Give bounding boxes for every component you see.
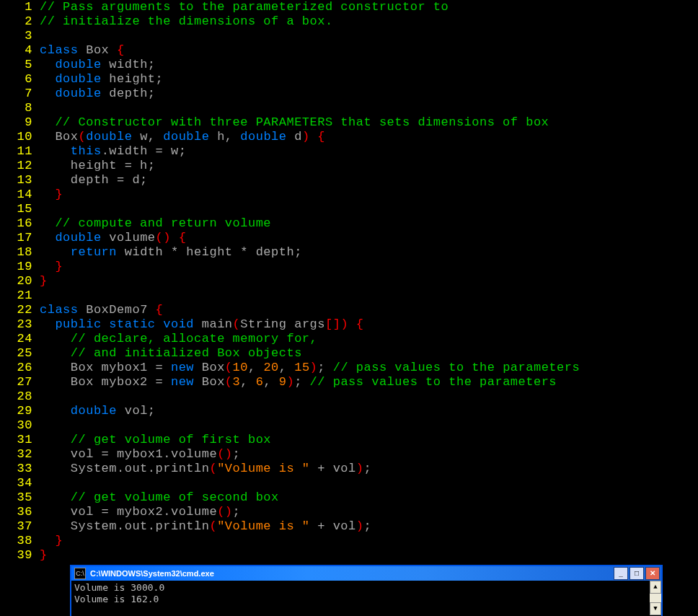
line-number: 38	[0, 534, 40, 548]
line-number: 39	[0, 548, 40, 563]
cmd-window: C:\ C:\WINDOWS\System32\cmd.exe _ □ ✕ Vo…	[70, 565, 663, 616]
code-line[interactable]: 10 Box(double w, double h, double d) {	[0, 130, 698, 144]
code-line[interactable]: 3	[0, 29, 698, 43]
cmd-scrollbar[interactable]: ▲ ▼	[650, 581, 661, 615]
line-number: 28	[0, 390, 40, 404]
line-number: 15	[0, 202, 40, 216]
line-number: 1	[0, 0, 40, 14]
line-number: 35	[0, 490, 40, 505]
code-content[interactable]: // get volume of first box	[40, 433, 271, 447]
code-content[interactable]: // Pass arguments to the parameterized c…	[40, 0, 449, 14]
line-number: 2	[0, 14, 40, 29]
code-content[interactable]: depth = d;	[40, 173, 148, 188]
code-content[interactable]: double width;	[40, 58, 156, 72]
line-number: 20	[0, 274, 40, 289]
scroll-down-button[interactable]: ▼	[650, 602, 661, 615]
code-content[interactable]: }	[40, 188, 63, 202]
code-line[interactable]: 4class Box {	[0, 43, 698, 58]
code-content[interactable]: // and initialized Box objects	[40, 346, 302, 361]
code-content[interactable]: double depth;	[40, 87, 156, 101]
line-number: 26	[0, 361, 40, 375]
code-line[interactable]: 39}	[0, 548, 698, 563]
code-content[interactable]: Box(double w, double h, double d) {	[40, 130, 325, 144]
code-content[interactable]: System.out.println("Volume is " + vol);	[40, 462, 371, 476]
code-line[interactable]: 37 System.out.println("Volume is " + vol…	[0, 519, 698, 534]
code-line[interactable]: 34	[0, 476, 698, 490]
code-line[interactable]: 30	[0, 418, 698, 433]
code-content[interactable]: this.width = w;	[40, 144, 186, 159]
code-line[interactable]: 21	[0, 289, 698, 303]
code-line[interactable]: 1// Pass arguments to the parameterized …	[0, 0, 698, 14]
cmd-icon: C:\	[74, 568, 86, 579]
code-content[interactable]: double volume() {	[40, 231, 186, 245]
line-number: 14	[0, 188, 40, 202]
code-line[interactable]: 2// initialize the dimensions of a box.	[0, 14, 698, 29]
code-line[interactable]: 29 double vol;	[0, 404, 698, 418]
code-content[interactable]: // compute and return volume	[40, 216, 271, 231]
code-content[interactable]: vol = mybox2.volume();	[40, 505, 240, 519]
code-content[interactable]: }	[40, 534, 63, 548]
code-line[interactable]: 32 vol = mybox1.volume();	[0, 447, 698, 462]
code-line[interactable]: 6 double height;	[0, 72, 698, 87]
code-line[interactable]: 15	[0, 202, 698, 216]
line-number: 16	[0, 216, 40, 231]
code-line[interactable]: 35 // get volume of second box	[0, 490, 698, 505]
code-line[interactable]: 5 double width;	[0, 58, 698, 72]
code-line[interactable]: 16 // compute and return volume	[0, 216, 698, 231]
code-line[interactable]: 26 Box mybox1 = new Box(10, 20, 15); // …	[0, 361, 698, 375]
minimize-button[interactable]: _	[614, 567, 628, 580]
code-content[interactable]: class BoxDemo7 {	[40, 303, 163, 317]
line-number: 37	[0, 519, 40, 534]
line-number: 7	[0, 87, 40, 101]
code-content[interactable]: return width * height * depth;	[40, 245, 302, 260]
code-line[interactable]: 9 // Constructor with three PARAMETERS t…	[0, 115, 698, 130]
code-line[interactable]: 14 }	[0, 188, 698, 202]
code-content[interactable]: Box mybox2 = new Box(3, 6, 9); // pass v…	[40, 375, 557, 390]
code-content[interactable]: vol = mybox1.volume();	[40, 447, 240, 462]
close-button[interactable]: ✕	[645, 567, 660, 580]
code-content[interactable]: }	[40, 260, 63, 274]
code-content[interactable]: Box mybox1 = new Box(10, 20, 15); // pas…	[40, 361, 580, 375]
code-line[interactable]: 13 depth = d;	[0, 173, 698, 188]
code-line[interactable]: 33 System.out.println("Volume is " + vol…	[0, 462, 698, 476]
code-content[interactable]: }	[40, 548, 48, 563]
code-line[interactable]: 20}	[0, 274, 698, 289]
code-editor[interactable]: 1// Pass arguments to the parameterized …	[0, 0, 698, 563]
maximize-button[interactable]: □	[629, 567, 644, 580]
code-line[interactable]: 12 height = h;	[0, 159, 698, 173]
line-number: 17	[0, 231, 40, 245]
cmd-title: C:\WINDOWS\System32\cmd.exe	[89, 566, 613, 581]
code-content[interactable]: // Constructor with three PARAMETERS tha…	[40, 115, 549, 130]
cmd-titlebar[interactable]: C:\ C:\WINDOWS\System32\cmd.exe _ □ ✕	[71, 566, 661, 581]
code-content[interactable]: double height;	[40, 72, 163, 87]
code-line[interactable]: 31 // get volume of first box	[0, 433, 698, 447]
code-content[interactable]: class Box {	[40, 43, 125, 58]
code-line[interactable]: 27 Box mybox2 = new Box(3, 6, 9); // pas…	[0, 375, 698, 390]
code-line[interactable]: 18 return width * height * depth;	[0, 245, 698, 260]
line-number: 10	[0, 130, 40, 144]
code-content[interactable]: height = h;	[40, 159, 156, 173]
code-line[interactable]: 8	[0, 101, 698, 115]
line-number: 25	[0, 346, 40, 361]
code-content[interactable]: // initialize the dimensions of a box.	[40, 14, 333, 29]
code-line[interactable]: 28	[0, 390, 698, 404]
code-content[interactable]: public static void main(String args[]) {	[40, 317, 364, 332]
code-content[interactable]: System.out.println("Volume is " + vol);	[40, 519, 371, 534]
code-content[interactable]: double vol;	[40, 404, 156, 418]
code-line[interactable]: 36 vol = mybox2.volume();	[0, 505, 698, 519]
code-line[interactable]: 19 }	[0, 260, 698, 274]
code-line[interactable]: 25 // and initialized Box objects	[0, 346, 698, 361]
line-number: 22	[0, 303, 40, 317]
code-content[interactable]: }	[40, 274, 48, 289]
code-line[interactable]: 38 }	[0, 534, 698, 548]
code-line[interactable]: 11 this.width = w;	[0, 144, 698, 159]
line-number: 8	[0, 101, 40, 115]
scroll-up-button[interactable]: ▲	[650, 581, 661, 594]
code-line[interactable]: 7 double depth;	[0, 87, 698, 101]
code-line[interactable]: 22class BoxDemo7 {	[0, 303, 698, 317]
code-content[interactable]: // declare, allocate memory for,	[40, 332, 317, 346]
code-line[interactable]: 24 // declare, allocate memory for,	[0, 332, 698, 346]
code-line[interactable]: 17 double volume() {	[0, 231, 698, 245]
code-content[interactable]: // get volume of second box	[40, 490, 279, 505]
code-line[interactable]: 23 public static void main(String args[]…	[0, 317, 698, 332]
